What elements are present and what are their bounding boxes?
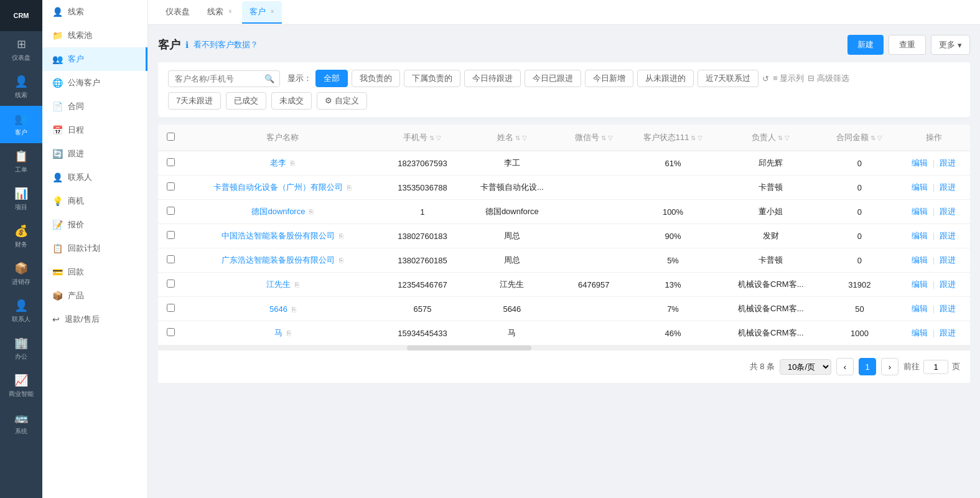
status-filter-icon[interactable]: ▽ bbox=[698, 134, 702, 141]
owner-filter-icon[interactable]: ▽ bbox=[785, 134, 790, 141]
refresh-button[interactable]: ↺ bbox=[762, 74, 769, 83]
follow-link-0[interactable]: 跟进 bbox=[940, 158, 956, 167]
phone-filter-icon[interactable]: ▽ bbox=[436, 134, 441, 141]
customer-name-link-6[interactable]: 5646 bbox=[269, 304, 287, 314]
row-checkbox-4[interactable] bbox=[167, 255, 175, 263]
follow-link-7[interactable]: 跟进 bbox=[940, 328, 956, 337]
scrollbar-thumb[interactable] bbox=[407, 345, 531, 350]
sidebar-item-contacts[interactable]: 👤 联系人 bbox=[42, 166, 147, 189]
name-sort-icon[interactable]: ⇅ bbox=[515, 134, 520, 141]
goto-input[interactable] bbox=[923, 360, 948, 374]
new-button[interactable]: 新建 bbox=[847, 35, 884, 55]
customer-name-link-0[interactable]: 老李 bbox=[270, 158, 286, 167]
nav-item-project[interactable]: 📊 项目 bbox=[0, 181, 42, 218]
filter-btn-today-new[interactable]: 今日新增 bbox=[585, 70, 633, 87]
row-checkbox-6[interactable] bbox=[167, 304, 175, 312]
edit-link-3[interactable]: 编辑 bbox=[912, 231, 928, 240]
row-checkbox-1[interactable] bbox=[167, 182, 175, 190]
sidebar-item-customers[interactable]: 👥 客户 bbox=[42, 47, 147, 71]
customer-name-link-7[interactable]: 马 bbox=[274, 328, 282, 337]
sidebar-item-contract[interactable]: 📄 合同 bbox=[42, 95, 147, 118]
filter-btn-today-pending[interactable]: 今日待跟进 bbox=[464, 70, 521, 87]
copy-icon-7[interactable]: ⎘ bbox=[287, 329, 291, 337]
nav-item-office[interactable]: 🏢 办公 bbox=[0, 330, 42, 367]
nav-item-leads[interactable]: 👤 线索 bbox=[0, 68, 42, 106]
follow-link-2[interactable]: 跟进 bbox=[940, 207, 956, 216]
row-checkbox-3[interactable] bbox=[167, 231, 175, 239]
sidebar-item-public-customers[interactable]: 🌐 公海客户 bbox=[42, 71, 147, 95]
tab-customers[interactable]: 客户 × bbox=[242, 1, 282, 24]
amount-sort-icon[interactable]: ⇅ bbox=[870, 134, 875, 141]
current-page-button[interactable]: 1 bbox=[859, 358, 876, 375]
row-checkbox-0[interactable] bbox=[167, 158, 175, 166]
filter-btn-not-closed[interactable]: 未成交 bbox=[271, 92, 312, 110]
sidebar-item-payment-plan[interactable]: 📋 回款计划 bbox=[42, 237, 147, 260]
row-checkbox-5[interactable] bbox=[167, 280, 175, 288]
edit-link-7[interactable]: 编辑 bbox=[912, 328, 928, 337]
copy-icon-6[interactable]: ⎘ bbox=[292, 306, 296, 313]
sidebar-item-schedule[interactable]: 📅 日程 bbox=[42, 118, 147, 142]
page-size-select[interactable]: 10条/页 20条/页 50条/页 bbox=[780, 359, 831, 375]
columns-button[interactable]: ≡ 显示列 bbox=[773, 73, 804, 84]
follow-link-3[interactable]: 跟进 bbox=[940, 231, 956, 240]
tab-leads[interactable]: 线索 × bbox=[200, 1, 240, 24]
edit-link-2[interactable]: 编辑 bbox=[912, 207, 928, 216]
customer-name-link-4[interactable]: 广东浩达智能装备股份有限公司 bbox=[222, 255, 335, 265]
nav-item-dashboard[interactable]: ⊞ 仪表盘 bbox=[0, 31, 42, 68]
filter-btn-custom[interactable]: ⚙ 自定义 bbox=[317, 92, 367, 110]
follow-link-6[interactable]: 跟进 bbox=[940, 304, 956, 313]
prev-page-button[interactable]: ‹ bbox=[836, 358, 854, 375]
sidebar-item-payment[interactable]: 💳 回款 bbox=[42, 260, 147, 284]
filter-btn-all[interactable]: 全部 bbox=[315, 70, 348, 87]
sidebar-item-leads-pool[interactable]: 📁 线索池 bbox=[42, 24, 147, 47]
copy-icon-5[interactable]: ⎘ bbox=[295, 281, 299, 288]
sidebar-item-followup[interactable]: 🔄 跟进 bbox=[42, 142, 147, 166]
filter-btn-never-followed[interactable]: 从未跟进的 bbox=[637, 70, 694, 87]
edit-link-6[interactable]: 编辑 bbox=[912, 304, 928, 313]
next-page-button[interactable]: › bbox=[881, 358, 898, 375]
help-link[interactable]: 看不到客户数据？ bbox=[194, 39, 258, 50]
nav-item-customers[interactable]: 👥 客户 bbox=[0, 106, 42, 143]
edit-link-1[interactable]: 编辑 bbox=[912, 182, 928, 192]
status-sort-icon[interactable]: ⇅ bbox=[691, 134, 696, 141]
copy-icon-3[interactable]: ⎘ bbox=[339, 232, 343, 240]
nav-item-contacts[interactable]: 👤 联系人 bbox=[0, 293, 42, 330]
customer-name-link-3[interactable]: 中国浩达智能装备股份有限公司 bbox=[222, 231, 335, 240]
copy-icon-2[interactable]: ⎘ bbox=[309, 208, 314, 215]
amount-filter-icon[interactable]: ▽ bbox=[877, 134, 882, 141]
edit-link-0[interactable]: 编辑 bbox=[912, 158, 928, 167]
wechat-sort-icon[interactable]: ⇅ bbox=[601, 134, 606, 141]
follow-link-1[interactable]: 跟进 bbox=[940, 182, 956, 192]
nav-item-system[interactable]: 🚌 系统 bbox=[0, 405, 42, 442]
copy-icon-0[interactable]: ⎘ bbox=[291, 159, 295, 167]
customer-name-link-1[interactable]: 卡普顿自动化设备（广州）有限公司 bbox=[213, 182, 343, 192]
nav-item-workorder[interactable]: 📋 工单 bbox=[0, 143, 42, 181]
nav-item-finance[interactable]: 💰 财务 bbox=[0, 218, 42, 255]
sidebar-item-opportunity[interactable]: 💡 商机 bbox=[42, 189, 147, 213]
customer-name-link-5[interactable]: 江先生 bbox=[266, 280, 291, 289]
select-all-checkbox[interactable] bbox=[167, 133, 175, 141]
phone-sort-icon[interactable]: ⇅ bbox=[429, 134, 434, 141]
name-filter-icon[interactable]: ▽ bbox=[522, 134, 527, 141]
search-icon[interactable]: 🔍 bbox=[264, 74, 274, 83]
wechat-filter-icon[interactable]: ▽ bbox=[608, 134, 613, 141]
row-checkbox-7[interactable] bbox=[167, 328, 175, 336]
horizontal-scrollbar[interactable] bbox=[158, 345, 970, 350]
filter-btn-closed[interactable]: 已成交 bbox=[226, 92, 266, 110]
nav-item-inventory[interactable]: 📦 进销存 bbox=[0, 255, 42, 293]
customer-name-link-2[interactable]: 德国downforce bbox=[251, 207, 305, 216]
copy-icon-4[interactable]: ⎘ bbox=[339, 256, 343, 264]
filter-btn-week-contact[interactable]: 近7天联系过 bbox=[698, 70, 758, 87]
row-checkbox-2[interactable] bbox=[167, 207, 175, 215]
filter-btn-week-no-follow[interactable]: 7天未跟进 bbox=[168, 92, 221, 110]
sidebar-item-return[interactable]: ↩ 退款/售后 bbox=[42, 308, 147, 331]
search-input[interactable] bbox=[175, 74, 262, 83]
copy-icon-1[interactable]: ⎘ bbox=[347, 184, 352, 191]
sidebar-item-leads[interactable]: 👤 线索 bbox=[42, 0, 147, 24]
tab-leads-close-icon[interactable]: × bbox=[228, 8, 232, 15]
edit-link-5[interactable]: 编辑 bbox=[912, 280, 928, 289]
more-button[interactable]: 更多 ▾ bbox=[931, 35, 970, 55]
follow-link-5[interactable]: 跟进 bbox=[940, 280, 956, 289]
owner-sort-icon[interactable]: ⇅ bbox=[778, 134, 783, 141]
sidebar-item-product[interactable]: 📦 产品 bbox=[42, 284, 147, 308]
